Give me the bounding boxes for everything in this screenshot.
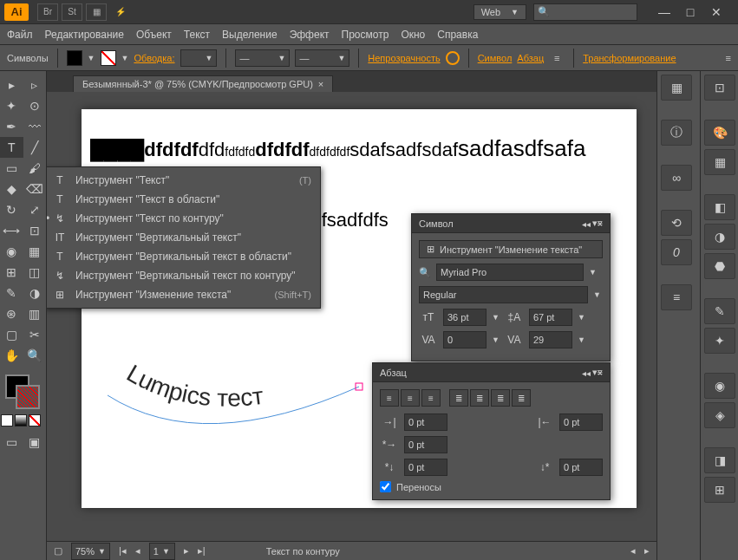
document-tab[interactable]: Безымянный-3* @ 75% (CMYK/Предпросмотр G… xyxy=(73,75,333,92)
ctx-vertical-type-on-path-tool[interactable]: ↯Инструмент "Вертикальный текст по конту… xyxy=(47,266,320,285)
align-right-button[interactable]: ≡ xyxy=(421,389,441,407)
hyphenate-checkbox[interactable] xyxy=(380,481,391,492)
panel-layers-icon[interactable]: ◨ xyxy=(704,447,735,473)
blend-tool[interactable]: ◑ xyxy=(23,283,47,303)
line-tool[interactable]: ╱ xyxy=(23,137,47,158)
tracking-input[interactable] xyxy=(529,331,572,348)
panel-swatches-icon[interactable]: ▦ xyxy=(704,149,735,175)
nav-first-icon[interactable]: |◂ xyxy=(119,545,127,557)
eyedropper-tool[interactable]: ✎ xyxy=(0,283,23,303)
stroke-link[interactable]: Обводка: xyxy=(134,53,174,63)
panel-asset-icon[interactable]: ⊞ xyxy=(704,477,735,503)
stroke-swatch[interactable] xyxy=(101,50,116,66)
paragraph-panel-tab[interactable]: Абзац▾≡ xyxy=(373,363,610,382)
eraser-tool[interactable]: ⌫ xyxy=(23,179,47,199)
panel-links-icon[interactable]: ⟲ xyxy=(661,210,692,236)
panel-symbols-icon[interactable]: ✦ xyxy=(704,328,735,354)
artboard-nav-icon[interactable]: ▢ xyxy=(54,545,62,557)
perspective-tool[interactable]: ▦ xyxy=(23,241,47,262)
none-mode-icon[interactable] xyxy=(29,414,41,427)
panel-shape-icon[interactable]: ⬣ xyxy=(704,253,735,279)
menu-window[interactable]: Окно xyxy=(401,29,425,41)
indent-left-input[interactable] xyxy=(404,413,447,431)
font-size-input[interactable] xyxy=(443,309,487,326)
ctx-vertical-area-type-tool[interactable]: TИнструмент "Вертикальный текст в област… xyxy=(47,247,320,266)
kerning-input[interactable] xyxy=(443,331,487,348)
zoom-dropdown[interactable]: 75%▼ xyxy=(71,543,110,560)
space-after-input[interactable] xyxy=(559,459,603,476)
shape-builder-tool[interactable]: ◉ xyxy=(0,241,23,262)
curvature-tool[interactable]: 〰 xyxy=(23,116,47,137)
width-tool[interactable]: ⟷ xyxy=(0,220,23,241)
maximize-button[interactable]: □ xyxy=(677,3,703,21)
leading-input[interactable] xyxy=(529,309,572,326)
panel-artboards-icon[interactable]: ▦ xyxy=(661,75,692,101)
ctx-touch-type-tool[interactable]: ⊞Инструмент "Изменение текста"(Shift+T) xyxy=(47,285,320,304)
justify-left-button[interactable]: ≣ xyxy=(449,389,468,407)
panel-info-icon[interactable]: ⓘ xyxy=(661,120,692,146)
canvas-text-1[interactable]: ████dfdfdfdfdfdfdfddfdfdfdfdfdfdfsdafsad… xyxy=(90,135,585,162)
menu-effect[interactable]: Эффект xyxy=(290,29,330,41)
panel-collapse-icon[interactable]: ◂◂ xyxy=(580,367,592,379)
fill-stroke-control[interactable] xyxy=(0,373,46,411)
workspace-dropdown[interactable]: Web ▼ xyxy=(473,4,526,20)
minimize-button[interactable]: — xyxy=(651,3,677,21)
scroll-right-icon[interactable]: ▸ xyxy=(644,545,650,557)
panel-pathfinder-icon[interactable]: ◧ xyxy=(704,194,735,220)
stroke-weight[interactable]: ▼ xyxy=(180,49,218,67)
nav-last-icon[interactable]: ▸| xyxy=(198,545,206,557)
justify-all-button[interactable]: ≣ xyxy=(512,389,531,407)
menu-help[interactable]: Справка xyxy=(437,29,478,41)
ctx-area-type-tool[interactable]: TИнструмент "Текст в области" xyxy=(47,190,320,209)
panel-color-icon[interactable]: 🎨 xyxy=(704,120,735,146)
panel-transform-icon[interactable]: ⊡ xyxy=(704,75,735,101)
screen-mode-normal[interactable]: ▭ xyxy=(0,432,23,453)
ctx-vertical-type-tool[interactable]: ITИнструмент "Вертикальный текст" xyxy=(47,228,320,247)
hand-tool[interactable]: ✋ xyxy=(0,345,23,366)
opacity-ring-icon[interactable] xyxy=(446,51,460,65)
space-before-input[interactable] xyxy=(404,459,447,476)
menu-view[interactable]: Просмотр xyxy=(342,29,389,41)
gradient-mode-icon[interactable] xyxy=(15,414,27,427)
free-transform-tool[interactable]: ⊡ xyxy=(23,220,47,241)
panel-close-icon[interactable]: × xyxy=(594,218,606,230)
lasso-tool[interactable]: ⊙ xyxy=(23,95,47,116)
menu-edit[interactable]: Редактирование xyxy=(45,29,124,41)
variable-width[interactable]: —▼ xyxy=(235,49,290,67)
bridge-icon[interactable]: Br xyxy=(37,3,58,21)
character-link[interactable]: Символ xyxy=(478,53,513,63)
panel-brushes-icon[interactable]: ✎ xyxy=(704,298,735,324)
pen-tool[interactable]: ✒ xyxy=(0,116,23,137)
color-mode-icon[interactable] xyxy=(1,414,13,427)
artboard-tool[interactable]: ▢ xyxy=(0,324,23,345)
magic-wand-tool[interactable]: ✦ xyxy=(0,95,23,116)
panel-close-icon[interactable]: × xyxy=(594,367,606,379)
panel-cc-icon[interactable]: ∞ xyxy=(661,165,692,191)
panel-menu-icon[interactable]: ≡ xyxy=(726,53,731,63)
font-family-input[interactable] xyxy=(436,264,584,281)
selection-tool[interactable]: ▸ xyxy=(0,75,23,95)
rotate-tool[interactable]: ↻ xyxy=(0,199,23,220)
panel-stroke-icon[interactable]: ≡ xyxy=(661,284,692,310)
opacity-link[interactable]: Непрозрачность xyxy=(368,53,440,63)
ctx-type-tool[interactable]: TИнструмент "Текст"(T) xyxy=(47,171,320,190)
transform-link[interactable]: Трансформирование xyxy=(583,53,676,63)
mesh-tool[interactable]: ⊞ xyxy=(0,262,23,283)
screen-mode-full[interactable]: ▣ xyxy=(23,432,47,453)
symbol-sprayer-tool[interactable]: ⊛ xyxy=(0,303,23,324)
zoom-tool[interactable]: 🔍 xyxy=(23,345,47,366)
menu-file[interactable]: Файл xyxy=(7,29,33,41)
justify-center-button[interactable]: ≣ xyxy=(470,389,489,407)
slice-tool[interactable]: ✂ xyxy=(23,324,47,345)
artboard-number[interactable]: 1▼ xyxy=(149,543,175,560)
direct-selection-tool[interactable]: ▹ xyxy=(23,75,47,95)
menu-object[interactable]: Объект xyxy=(136,29,172,41)
close-button[interactable]: ✕ xyxy=(703,3,729,21)
paintbrush-tool[interactable]: 🖌 xyxy=(23,158,47,179)
menu-text[interactable]: Текст xyxy=(184,29,210,41)
align-left-button[interactable]: ≡ xyxy=(380,389,399,407)
panel-type-icon[interactable]: 0 xyxy=(661,239,692,265)
paragraph-link[interactable]: Абзац xyxy=(517,53,544,63)
justify-right-button[interactable]: ≣ xyxy=(491,389,510,407)
nav-prev-icon[interactable]: ◂ xyxy=(135,545,140,557)
